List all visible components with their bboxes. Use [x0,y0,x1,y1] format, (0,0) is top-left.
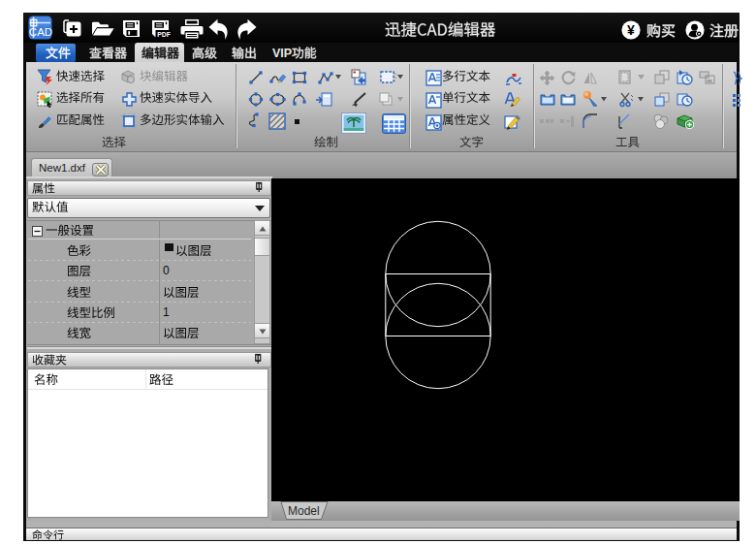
svg-text:PDF: PDF [157,31,171,38]
svg-text:CAD: CAD [29,26,52,38]
svg-text:¥: ¥ [627,22,635,38]
